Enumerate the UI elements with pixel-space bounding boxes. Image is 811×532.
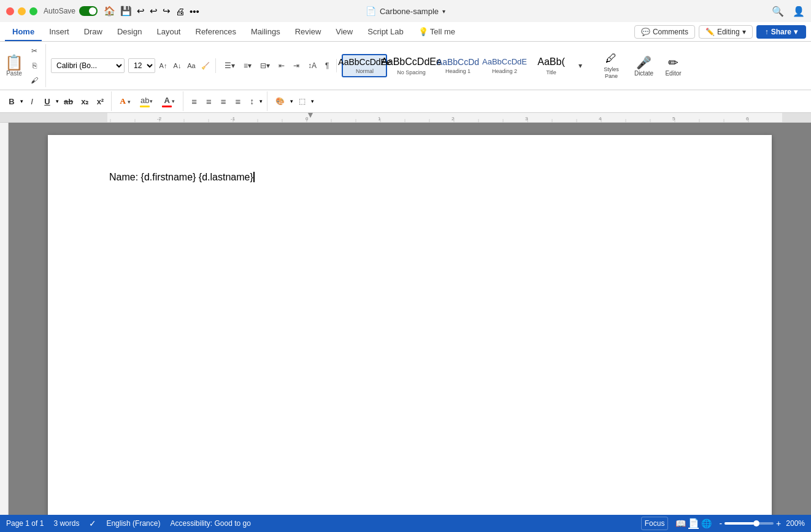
editor-label: Editor [665, 70, 681, 77]
cut-button[interactable]: ✂ [27, 44, 42, 58]
title-chevron[interactable]: ▾ [442, 8, 445, 15]
style-title[interactable]: AaBb( Title [528, 54, 574, 77]
language[interactable]: English (France) [106, 519, 160, 528]
bullets-button[interactable]: ☰▾ [221, 59, 239, 72]
decrease-indent-button[interactable]: ⇤ [275, 59, 288, 72]
line-spacing-dropdown[interactable]: ▾ [259, 98, 263, 104]
format-painter-button[interactable]: 🖌 [27, 74, 42, 87]
align-center-button[interactable]: ≡ [202, 94, 215, 109]
tab-home[interactable]: Home [5, 23, 42, 41]
change-case-button[interactable]: Aa [185, 60, 198, 72]
tab-draw[interactable]: Draw [77, 23, 110, 41]
tab-references[interactable]: References [188, 23, 244, 41]
home-icon[interactable]: 🏠 [104, 6, 115, 17]
dictate-button[interactable]: 🎤 Dictate [630, 54, 657, 78]
document-scroll[interactable]: Name: {d.firstname} {d.lastname} [9, 123, 811, 532]
bold-button[interactable]: B [5, 96, 18, 107]
styles-pane-button[interactable]: 🖊 Styles Pane [594, 51, 628, 81]
tab-mailings[interactable]: Mailings [244, 23, 288, 41]
sort-button[interactable]: ↕A [304, 59, 320, 72]
borders-dropdown[interactable]: ▾ [311, 98, 314, 104]
comments-button[interactable]: 💬 Comments [634, 25, 695, 39]
print-layout-icon[interactable]: 📄 [688, 518, 699, 529]
redo-icon[interactable]: ↪ [163, 6, 171, 17]
tab-design[interactable]: Design [110, 23, 149, 41]
paste-button[interactable]: 📋 Paste [5, 55, 23, 77]
pencil-icon: ✏️ [705, 28, 715, 36]
microphone-icon: 🎤 [636, 55, 651, 70]
svg-text:-2: -2 [157, 116, 162, 121]
autosave-toggle[interactable] [79, 6, 98, 16]
ruler: -2 -1 0 1 2 3 4 5 6 [0, 113, 811, 123]
svg-rect-0 [0, 113, 811, 123]
accessibility-status[interactable]: Accessibility: Good to go [170, 519, 250, 528]
right-toolbar-group: 🖊 Styles Pane 🎤 Dictate ✏ Editor [594, 51, 686, 81]
numbering-button[interactable]: ≡▾ [240, 59, 255, 72]
account-icon[interactable]: 👤 [793, 6, 805, 17]
editing-button[interactable]: ✏️ Editing ▾ [699, 25, 753, 39]
tab-review[interactable]: Review [288, 23, 329, 41]
editor-button[interactable]: ✏ Editor [659, 54, 686, 78]
close-button[interactable] [6, 7, 14, 15]
more-icon[interactable]: ••• [190, 6, 199, 17]
superscript-button[interactable]: x² [93, 96, 107, 107]
zoom-slider[interactable] [725, 522, 774, 525]
font-color-button[interactable]: A ▾ [158, 93, 179, 110]
focus-button[interactable]: Focus [641, 517, 669, 530]
style-heading1[interactable]: AaBbCcDd Heading 1 [435, 54, 480, 77]
print-icon[interactable]: 🖨 [175, 6, 185, 17]
tab-view[interactable]: View [328, 23, 360, 41]
search-icon[interactable]: 🔍 [772, 6, 784, 17]
zoom-out-button[interactable]: - [719, 519, 722, 528]
justify-button[interactable]: ≡ [231, 94, 244, 109]
document-title-area: 📄 Carbone-sample ▾ [366, 6, 445, 16]
font-name-select[interactable]: Calibri (Bo... [51, 58, 125, 73]
tab-scriptlab[interactable]: Script Lab [360, 23, 411, 41]
maximize-button[interactable] [29, 7, 37, 15]
align-left-button[interactable]: ≡ [188, 94, 201, 109]
tab-insert[interactable]: Insert [42, 23, 77, 41]
strikethrough-button[interactable]: ab [61, 96, 76, 107]
zoom-level[interactable]: 200% [786, 519, 805, 528]
style-h2-preview: AaBbCcDdE [482, 57, 527, 67]
borders-button[interactable]: ⬚ [295, 94, 309, 108]
tab-layout[interactable]: Layout [149, 23, 188, 41]
font-size-select[interactable]: 12 [128, 58, 155, 73]
multilevel-button[interactable]: ⊟▾ [256, 59, 274, 72]
style-no-spacing[interactable]: AaBbCcDdEe No Spacing [388, 54, 434, 77]
proofing-icon[interactable]: ✓ [89, 519, 96, 528]
shading-dropdown[interactable]: ▾ [290, 98, 293, 104]
copy-button[interactable]: ⎘ [27, 59, 42, 72]
italic-button[interactable]: I [25, 96, 39, 107]
scissors-icon: ✂ [31, 47, 37, 55]
tab-tellme[interactable]: 💡 Tell me [411, 23, 463, 41]
shrink-font-button[interactable]: A↓ [171, 60, 183, 72]
underline-button[interactable]: U [40, 96, 54, 107]
share-button[interactable]: ↑ Share ▾ [756, 25, 806, 39]
subscript-button[interactable]: x₂ [78, 96, 91, 107]
show-marks-button[interactable]: ¶ [321, 59, 332, 72]
font-color-icon: A [164, 96, 169, 105]
grow-font-button[interactable]: A↑ [157, 60, 169, 72]
read-mode-icon[interactable]: 📖 [675, 519, 686, 528]
underline-dropdown[interactable]: ▾ [56, 98, 59, 104]
text-cursor [253, 172, 255, 182]
bold-dropdown[interactable]: ▾ [20, 98, 23, 104]
line-spacing-button[interactable]: ↕ [246, 94, 258, 109]
shading-button[interactable]: 🎨 [272, 94, 288, 108]
undo2-icon[interactable]: ↩ [150, 6, 158, 17]
minimize-button[interactable] [18, 7, 26, 15]
highlight-button[interactable]: ab ▾ [136, 93, 156, 110]
zoom-in-button[interactable]: + [776, 519, 781, 528]
increase-indent-button[interactable]: ⇥ [290, 59, 303, 72]
save-icon[interactable]: 💾 [120, 6, 132, 17]
text-effects-button[interactable]: A ▾ [116, 94, 134, 109]
clear-formatting-button[interactable]: 🧹 [199, 60, 212, 72]
align-right-button[interactable]: ≡ [217, 94, 230, 109]
more-styles-button[interactable]: ▾ [575, 59, 586, 72]
svg-text:6: 6 [746, 116, 749, 121]
web-layout-icon[interactable]: 🌐 [701, 519, 712, 528]
document-content[interactable]: Name: {d.firstname} {d.lastname} [109, 172, 710, 185]
style-heading2[interactable]: AaBbCcDdE Heading 2 [482, 54, 527, 77]
undo-icon[interactable]: ↩ [137, 6, 145, 17]
